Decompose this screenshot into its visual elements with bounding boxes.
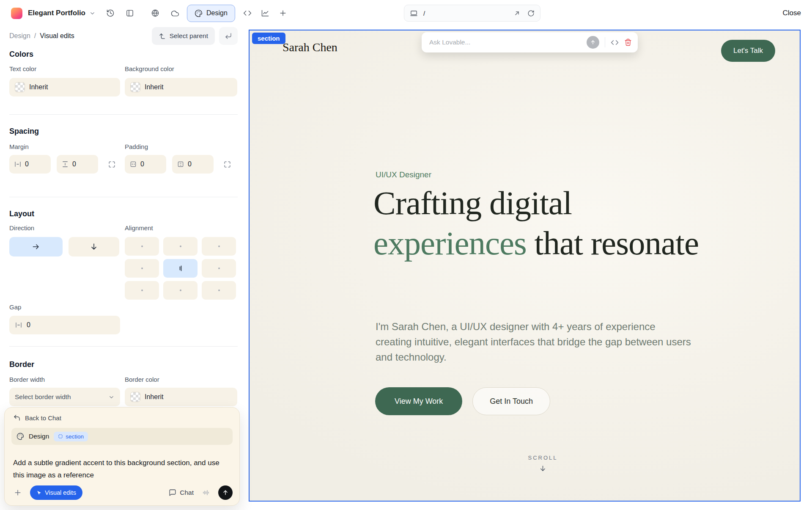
close-button[interactable]: Close	[783, 9, 801, 17]
plus-icon	[279, 9, 287, 17]
preview-url-bar[interactable]: /	[404, 5, 540, 22]
direction-column-button[interactable]	[69, 237, 119, 256]
chat-panel: Back to Chat Design section Add a subtle…	[4, 407, 240, 506]
code-view-button[interactable]	[239, 4, 256, 22]
section-divider	[9, 346, 238, 347]
direction-row-button[interactable]	[9, 237, 63, 256]
preview-canvas[interactable]: section Sarah Chen About Work Skills Con…	[249, 30, 801, 502]
select-parent-button[interactable]: Select parent	[152, 27, 215, 45]
visual-edits-label: Visual edits	[45, 489, 76, 496]
visual-edits-button[interactable]: Visual edits	[30, 485, 82, 500]
design-mode-label: Design	[206, 9, 228, 17]
alignment-dot	[141, 267, 143, 269]
selected-element-chip[interactable]: section	[54, 432, 88, 441]
get-in-touch-button[interactable]: Get In Touch	[472, 387, 550, 415]
alignment-bottom-right[interactable]	[202, 281, 236, 300]
history-icon	[106, 9, 115, 17]
attach-button[interactable]	[12, 487, 23, 498]
lets-talk-button[interactable]: Let's Talk	[721, 40, 775, 62]
undo-button[interactable]	[219, 27, 238, 45]
gap-input[interactable]: 0	[9, 316, 120, 334]
open-in-new-tab-button[interactable]	[513, 10, 521, 17]
alignment-middle-center[interactable]	[163, 259, 198, 278]
plus-icon	[14, 488, 22, 497]
background-color-swatch	[130, 82, 140, 92]
headline-pre: Crafting digital	[373, 185, 572, 221]
spacing-heading: Spacing	[9, 127, 39, 136]
chat-toggle-label: Chat	[180, 489, 194, 496]
alignment-dot	[180, 289, 181, 291]
chevron-down-icon	[89, 10, 96, 17]
gap-icon	[15, 321, 22, 329]
toolbar-divider	[605, 37, 605, 47]
background-color-label: Background color	[125, 65, 174, 72]
section-divider	[9, 114, 238, 115]
alignment-dot	[141, 245, 143, 247]
margin-sides-toggle[interactable]	[104, 157, 119, 172]
send-button[interactable]	[218, 485, 233, 500]
border-color-swatch	[130, 392, 140, 402]
back-to-chat-button[interactable]: Back to Chat	[13, 414, 61, 422]
alignment-dot	[141, 289, 143, 291]
project-name: Elegant Portfolio	[28, 9, 85, 17]
back-to-chat-label: Back to Chat	[25, 414, 61, 422]
alignment-dot	[218, 245, 220, 247]
hero-paragraph: I'm Sarah Chen, a UI/UX designer with 4+…	[376, 319, 692, 365]
margin-x-value: 0	[25, 160, 29, 168]
alignment-top-center[interactable]	[163, 237, 198, 256]
delete-element-button[interactable]	[624, 39, 632, 46]
lovable-logo[interactable]	[11, 8, 22, 19]
cloud-sync-button[interactable]	[166, 4, 184, 22]
alignment-top-left[interactable]	[125, 237, 159, 256]
alignment-middle-left[interactable]	[125, 259, 159, 278]
alignment-dot	[180, 245, 181, 247]
margin-x-input[interactable]: 0	[9, 155, 51, 174]
padding-sides-toggle[interactable]	[219, 157, 235, 172]
padding-x-input[interactable]: 0	[125, 155, 166, 174]
layout-heading: Layout	[9, 210, 34, 218]
padding-y-input[interactable]: 0	[172, 155, 214, 174]
ask-lovable-input[interactable]	[429, 39, 581, 46]
analytics-button[interactable]	[256, 4, 274, 22]
code-icon	[243, 9, 252, 17]
code-icon	[611, 39, 619, 47]
history-button[interactable]	[102, 4, 119, 22]
voice-input-button[interactable]	[200, 487, 211, 498]
add-button[interactable]	[274, 4, 292, 22]
headline-post: that resonate	[527, 225, 699, 262]
ask-send-button[interactable]	[587, 36, 599, 49]
border-color-input[interactable]: Inherit	[125, 388, 237, 406]
scroll-label: SCROLL	[528, 455, 557, 461]
margin-y-input[interactable]: 0	[57, 155, 98, 174]
chat-context-bar[interactable]: Design section	[11, 428, 233, 445]
panel-toggle-button[interactable]	[121, 4, 139, 22]
alignment-top-right[interactable]	[202, 237, 236, 256]
chat-prompt-text[interactable]: Add a subtle gradient accent to this bac…	[13, 457, 230, 481]
arrow-up-icon	[222, 489, 229, 496]
view-my-work-button[interactable]: View My Work	[375, 387, 462, 415]
chevron-down-icon	[108, 394, 115, 400]
corner-left-up-icon	[159, 33, 166, 40]
background-color-input[interactable]: Inherit	[125, 78, 237, 96]
chat-bubble-icon	[169, 489, 176, 496]
publish-globe-button[interactable]	[146, 4, 164, 22]
alignment-middle-right[interactable]	[202, 259, 236, 278]
margin-y-value: 0	[72, 160, 76, 168]
device-icon	[410, 9, 418, 17]
text-color-input[interactable]: Inherit	[9, 78, 120, 96]
chat-mode-toggle[interactable]: Chat	[169, 489, 194, 496]
line-chart-icon	[261, 9, 269, 17]
alignment-label: Alignment	[125, 224, 153, 232]
element-code-button[interactable]	[611, 39, 619, 47]
padding-y-value: 0	[188, 160, 192, 168]
alignment-bottom-center[interactable]	[163, 281, 198, 300]
refresh-button[interactable]	[527, 10, 535, 17]
border-width-value: Select border width	[15, 393, 71, 401]
border-width-select[interactable]: Select border width	[9, 388, 120, 406]
sides-scan-icon	[223, 160, 231, 168]
project-switcher[interactable]: Elegant Portfolio	[28, 9, 96, 17]
breadcrumb-design[interactable]: Design	[9, 32, 30, 40]
design-mode-button[interactable]: Design	[187, 5, 235, 22]
margin-vertical-icon	[61, 160, 69, 168]
alignment-bottom-left[interactable]	[125, 281, 159, 300]
